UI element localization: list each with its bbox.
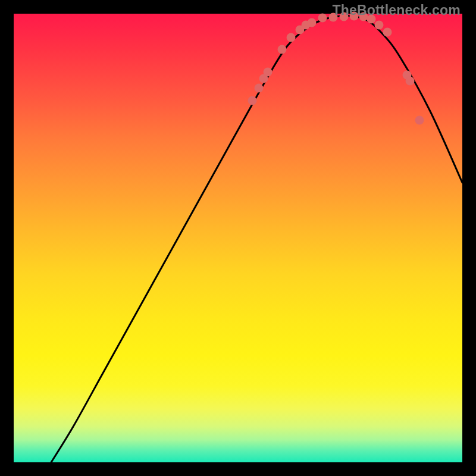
highlight-point (264, 68, 273, 77)
chart-container: TheBottleneck.com (0, 0, 476, 476)
highlight-point (375, 21, 384, 30)
highlight-point (415, 116, 424, 125)
highlight-point (287, 33, 296, 42)
highlight-point (406, 77, 415, 86)
highlight-point (255, 84, 264, 93)
highlight-point (318, 14, 327, 23)
watermark-text: TheBottleneck.com (332, 2, 461, 18)
highlight-point (308, 18, 317, 27)
bottleneck-curve (51, 16, 462, 462)
highlight-point (278, 45, 287, 54)
highlight-point (248, 96, 257, 105)
plot-area (14, 14, 462, 462)
curve-svg (14, 14, 462, 462)
highlight-point (383, 28, 392, 37)
